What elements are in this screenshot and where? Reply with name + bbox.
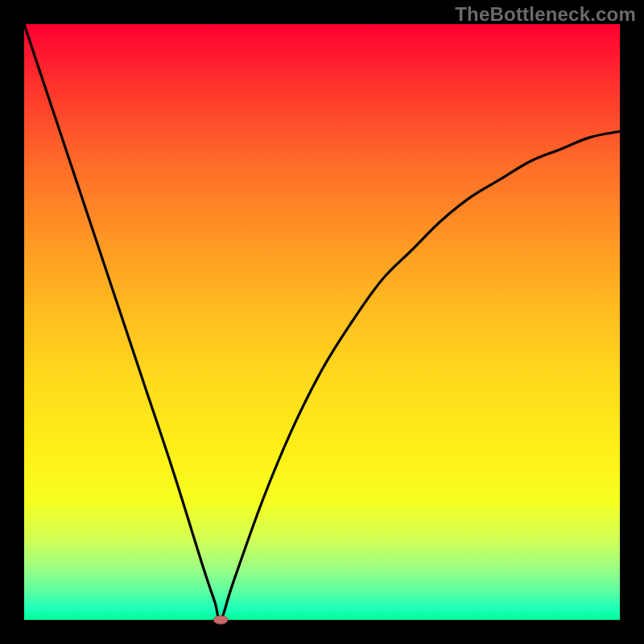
minimum-marker xyxy=(213,616,228,624)
watermark-label: TheBottleneck.com xyxy=(455,3,636,26)
bottleneck-curve xyxy=(24,24,620,621)
plot-svg xyxy=(24,24,620,620)
